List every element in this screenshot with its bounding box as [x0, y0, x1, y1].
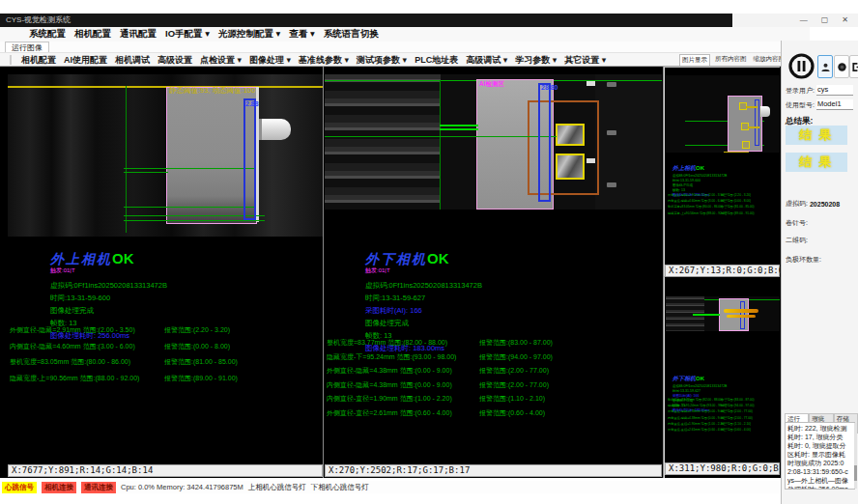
tab-strip: 运行图像 [0, 42, 781, 52]
pause-button[interactable] [788, 53, 815, 79]
measurement-row: 外侧直径-直径=2.61mm 范围:(0.60 - 4.00)报警范围:(0.6… [668, 428, 778, 432]
view-tab-all-content[interactable]: 所有内容图 [713, 54, 749, 67]
gauge-value: 28.80 [541, 84, 558, 91]
inspected-part-mini [728, 96, 762, 152]
tool-test-params[interactable]: 测试项参数 ▾ [357, 54, 407, 67]
tool-other-settings[interactable]: 其它设置 ▾ [564, 54, 606, 67]
menu-bar: 系统配置 相机配置 通讯配置 IO手配置 ▾ 光源控制配置 ▾ 查看 ▾ 系统语… [0, 27, 810, 42]
capture-time: 时间:13-31-59-627 [365, 292, 482, 304]
heartbeat-indicator: 心跳信号 [2, 482, 37, 493]
preview-top[interactable]: 外上相机OK 虚拟码:0Ff1ins2025020813313472B 时间:1… [664, 67, 780, 276]
qr-row: 二维码: [786, 236, 808, 245]
baseline-vertical [126, 86, 127, 233]
measure-line [124, 220, 265, 221]
measurement-row: 内侧直径-直径=1.90mm 范围:(1.00 - 2.20)报警范围:(1.1… [668, 422, 778, 426]
camera-view-right: AI检测区 28.80 外下相机OK 触发:01|T 虚拟码:0Ff1ins20… [325, 67, 662, 478]
log-scrollbar-thumb[interactable] [854, 465, 857, 481]
log-content: 耗时: 222, 瑕疵检测耗时: 17, 瑕疵分类耗时: 0, 瑕疵提取分区耗时… [785, 422, 855, 490]
ai-region-label: AI检测区 [479, 80, 504, 89]
top-camera-heartbeat-label: 上相机心跳信号灯 [248, 483, 306, 492]
toolbar: 相机配置 AI使用配置 相机调试 高级设置 点检设置 ▾ 图像处理 ▾ 基准线参… [0, 52, 790, 67]
measurement-row: 整机宽度=83.77mm 范围:(82.00 - 88.00)报警范围:(83.… [668, 398, 778, 402]
menu-item-camera-config[interactable]: 相机配置 [74, 28, 111, 41]
menu-item-io-config[interactable]: IO手配置 ▾ [165, 28, 210, 41]
menu-item-comm-config[interactable]: 通讯配置 [120, 28, 157, 41]
user-login-button[interactable] [817, 55, 833, 78]
camera-image-right[interactable]: AI检测区 28.80 [325, 74, 662, 210]
model-select[interactable]: Model1 [816, 99, 853, 110]
view-separator [323, 67, 324, 478]
camera-name-mini: 外上相机 [672, 165, 696, 171]
preview-bottom-image[interactable] [666, 296, 780, 331]
measure-line [325, 136, 557, 137]
measurement-list-right: 整机宽度=83.77mm 范围:(82.00 - 88.00)报警范围:(83.… [327, 338, 660, 423]
result-box-2: 结 果 [786, 153, 847, 172]
tool-baseline-params[interactable]: 基准线参数 ▾ [299, 54, 349, 67]
measurement-row: 内侧直径-直径=1.90mm 范围:(1.00 - 2.20)报警范围:(1.1… [327, 394, 660, 404]
result-text-1: 结 果 [799, 126, 834, 144]
preview-bottom[interactable]: 外下相机OK 虚拟码:0Ff1ins2025020813313472B 时间:1… [664, 276, 780, 478]
lens-icon [837, 62, 847, 72]
tool-spot-check[interactable]: 点检设置 ▾ [200, 54, 242, 67]
tool-ai-config[interactable]: AI使用配置 [64, 54, 107, 67]
preview-top-image[interactable] [666, 75, 780, 153]
result-box-1: 结 果 [786, 126, 847, 145]
measurement-row: 内侧直径-隐藏=4.38mm 范围:(0.00 - 9.00)报警范围:(2.0… [668, 416, 778, 420]
measure-line [124, 207, 255, 208]
app-window: { "window": {"title": "CYS-视觉检测系统", "min… [0, 0, 858, 504]
status-bar: 心跳信号 相机连接 通讯连接 Cpu: 0.0% Memory: 3424.41… [0, 481, 781, 493]
measurement-list-mini-top: 外侧直径-隐藏=2.91mm 范围:(2.00 - 3.50)报警范围:(2.2… [668, 193, 778, 217]
process-status: 图像处理完成 [365, 317, 482, 329]
menu-item-light-config[interactable]: 光源控制配置 ▾ [218, 28, 280, 41]
minimize-button[interactable]: — [800, 14, 808, 27]
exit-button[interactable] [849, 55, 858, 78]
measurement-list-left: 外侧直径-隐藏=2.91mm 范围:(2.00 - 3.50)报警范围:(2.2… [10, 325, 321, 389]
defect-box-yellow-2 [556, 154, 585, 180]
gauge-value: 2.88 [245, 100, 259, 107]
vcode-label: 虚拟码: [786, 199, 808, 209]
menu-item-language[interactable]: 系统语言切换 [324, 28, 379, 41]
machine-slot [607, 130, 616, 135]
measure-line [124, 168, 255, 169]
model-row: 使用型号: Model1 [786, 99, 853, 110]
maximize-button[interactable]: ▢ [821, 14, 829, 27]
camera-link-indicator: 相机连接 [42, 482, 76, 493]
tool-advanced-settings[interactable]: 高级设置 [157, 54, 192, 67]
measurement-row: 隐藏宽度-下=95.24mm 范围:(93.00 - 98.00)报警范围:(9… [327, 352, 660, 362]
menu-item-view[interactable]: 查看 ▾ [289, 28, 314, 41]
micro-label [724, 152, 749, 153]
pixel-readout-right: X:270;Y:2502;R:17;G:17;B:17 [325, 464, 662, 477]
defect-glow-mark [727, 315, 756, 318]
camera-snapshot-button[interactable] [834, 55, 849, 78]
edge-highlight [256, 87, 259, 222]
defect-glow-mark [724, 309, 758, 313]
measurement-row: 外侧直径-直径=2.61mm 范围:(0.60 - 4.00)报警范围:(0.6… [327, 408, 660, 418]
result-ok: OK [427, 250, 449, 266]
machine-slot [607, 82, 616, 87]
window-controls: — ▢ ✕ [732, 14, 858, 27]
login-user-field[interactable]: cys [816, 85, 853, 96]
tool-camera-config[interactable]: 相机配置 [21, 54, 56, 67]
view-tab-picture[interactable]: 图片显示 [679, 54, 710, 67]
roi-box-blue [538, 83, 551, 202]
measurement-row: 外侧直径-隐藏=4.38mm 范围:(0.00 - 9.00)报警范围:(2.0… [327, 366, 660, 376]
measurement-row: 外侧直径-隐藏=2.91mm 范围:(2.00 - 3.50)报警范围:(2.2… [668, 193, 778, 197]
model-label: 使用型号: [786, 100, 815, 110]
tool-plc-table[interactable]: PLC地址表 [415, 54, 458, 67]
reference-line-yellow [8, 86, 323, 88]
baseline-vertical [440, 80, 441, 210]
camera-image-left[interactable]: 静态阈值:93, 动态阈值:100 2.88 [8, 74, 323, 237]
tool-image-processing[interactable]: 图像处理 ▾ [249, 54, 291, 67]
bottom-camera-heartbeat-label: 下相机心跳信号灯 [311, 483, 369, 492]
vcode-value: 20250208 [810, 201, 840, 208]
side-panel: 登录用户: cys 使用型号: Model1 总结果: 结 果 结 果 虚拟码:… [781, 41, 858, 504]
menu-item-system-config[interactable]: 系统配置 [29, 28, 66, 41]
measurement-row: 隐藏宽度-上=90.56mm 范围:(88.00 - 92.00)报警范围:(8… [10, 374, 321, 383]
measurement-row: 外侧直径-隐藏=2.91mm 范围:(2.00 - 3.50)报警范围:(2.2… [10, 325, 321, 335]
tool-advanced-debug[interactable]: 高级调试 ▾ [466, 54, 507, 67]
tool-learning-params[interactable]: 学习参数 ▾ [515, 54, 557, 67]
pixel-readout-left: X:7677;Y:891;R:14;G:14;B:14 [8, 464, 323, 477]
close-button[interactable]: ✕ [842, 14, 848, 27]
tool-camera-debug[interactable]: 相机调试 [115, 54, 150, 67]
pixel-readout-preview-bottom: X:311;Y:980;R:0;G:0;B:0 [665, 462, 780, 475]
